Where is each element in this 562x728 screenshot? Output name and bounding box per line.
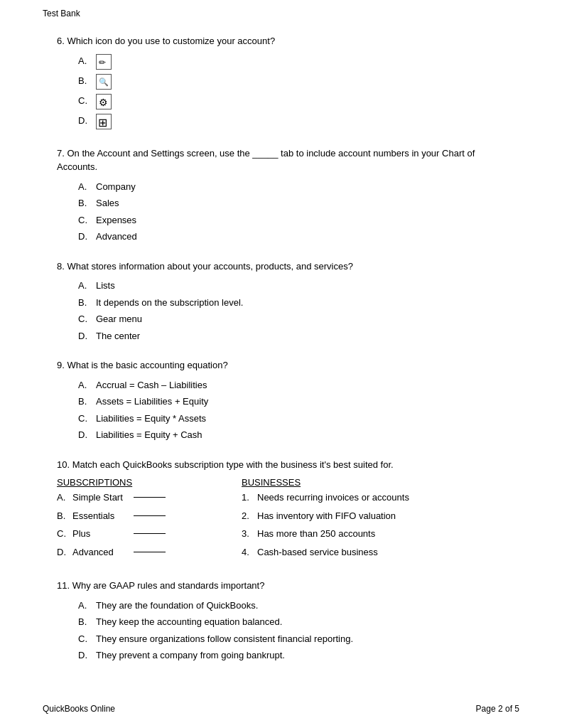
question-11-text: 11. Why are GAAP rules and standards imp… bbox=[57, 579, 505, 593]
list-item: B. bbox=[78, 74, 505, 91]
list-item: B. Assets = Liabilities + Equity bbox=[78, 395, 505, 409]
magnify-icon bbox=[96, 74, 112, 90]
list-item: A. They are the foundation of QuickBooks… bbox=[78, 599, 505, 613]
list-item: 4. Cash-based service business bbox=[242, 545, 505, 560]
match-right: 1. Needs recurring invoices or accounts … bbox=[242, 491, 505, 563]
footer-left: QuickBooks Online bbox=[43, 704, 115, 714]
question-11: 11. Why are GAAP rules and standards imp… bbox=[57, 579, 505, 663]
list-item: D. Advanced bbox=[78, 230, 505, 244]
list-item: A. bbox=[78, 54, 505, 71]
list-item: A. Accrual = Cash – Liabilities bbox=[78, 378, 505, 392]
list-item: C. Plus bbox=[57, 527, 242, 541]
list-item: C. Liabilities = Equity * Assets bbox=[78, 412, 505, 426]
question-11-options: A. They are the foundation of QuickBooks… bbox=[57, 599, 505, 663]
list-item: C. bbox=[78, 94, 505, 111]
question-9-options: A. Accrual = Cash – Liabilities B. Asset… bbox=[57, 378, 505, 442]
list-item: D. The center bbox=[78, 329, 505, 343]
subscriptions-header: SUBSCRIPTIONS bbox=[57, 477, 132, 488]
list-item: A. Simple Start bbox=[57, 491, 242, 505]
list-item: B. Sales bbox=[78, 196, 505, 210]
question-8-options: A. Lists B. It depends on the subscripti… bbox=[57, 279, 505, 343]
match-left: A. Simple Start B. Essentials C. Plus bbox=[57, 491, 242, 563]
question-10: 10. Match each QuickBooks subscription t… bbox=[57, 458, 505, 564]
list-item: A. Lists bbox=[78, 279, 505, 293]
footer-right: Page 2 of 5 bbox=[476, 704, 519, 714]
question-6-text: 6. Which icon do you use to customize yo… bbox=[57, 34, 505, 48]
list-item: B. Essentials bbox=[57, 509, 242, 523]
match-line bbox=[134, 552, 166, 552]
question-6-options: A. B. C. D. bbox=[57, 54, 505, 131]
list-item: 3. Has more than 250 accounts bbox=[242, 527, 505, 541]
question-9-text: 9. What is the basic accounting equation… bbox=[57, 358, 505, 373]
match-header: SUBSCRIPTIONS BUSINESSES bbox=[57, 477, 505, 488]
match-line bbox=[134, 515, 166, 516]
list-item: C. Expenses bbox=[78, 213, 505, 228]
list-item: A. Company bbox=[78, 180, 505, 194]
question-10-text: 10. Match each QuickBooks subscription t… bbox=[57, 458, 505, 472]
list-item: D. bbox=[78, 114, 505, 131]
list-item: 2. Has inventory with FIFO valuation bbox=[242, 509, 505, 523]
match-rows: A. Simple Start B. Essentials C. Plus bbox=[57, 491, 505, 563]
question-8: 8. What stores information about your ac… bbox=[57, 259, 505, 343]
question-8-text: 8. What stores information about your ac… bbox=[57, 259, 505, 274]
question-6: 6. Which icon do you use to customize yo… bbox=[57, 34, 505, 131]
list-item: B. It depends on the subscription level. bbox=[78, 296, 505, 310]
grid-icon bbox=[96, 114, 112, 129]
match-line bbox=[134, 497, 166, 498]
businesses-header: BUSINESSES bbox=[242, 477, 301, 488]
main-content: 6. Which icon do you use to customize yo… bbox=[0, 27, 562, 721]
match-line bbox=[134, 533, 166, 534]
list-item: 1. Needs recurring invoices or accounts bbox=[242, 491, 505, 505]
match-table: SUBSCRIPTIONS BUSINESSES A. Simple Start… bbox=[57, 477, 505, 563]
list-item: B. They keep the accounting equation bal… bbox=[78, 615, 505, 629]
page-footer: QuickBooks Online Page 2 of 5 bbox=[0, 704, 562, 714]
list-item: D. Advanced bbox=[57, 545, 242, 560]
list-item: C. Gear menu bbox=[78, 312, 505, 326]
list-item: D. Liabilities = Equity + Cash bbox=[78, 428, 505, 442]
question-7-text: 7. On the Account and Settings screen, u… bbox=[57, 146, 505, 174]
header-title: Test Bank bbox=[43, 9, 80, 18]
question-7: 7. On the Account and Settings screen, u… bbox=[57, 146, 505, 244]
question-9: 9. What is the basic accounting equation… bbox=[57, 358, 505, 442]
list-item: C. They ensure organizations follow cons… bbox=[78, 632, 505, 646]
pencil-icon bbox=[96, 54, 112, 70]
list-item: D. They prevent a company from going ban… bbox=[78, 648, 505, 663]
question-7-options: A. Company B. Sales C. Expenses D. Advan… bbox=[57, 180, 505, 244]
gear-icon bbox=[96, 94, 112, 109]
page-header: Test Bank bbox=[0, 0, 562, 27]
